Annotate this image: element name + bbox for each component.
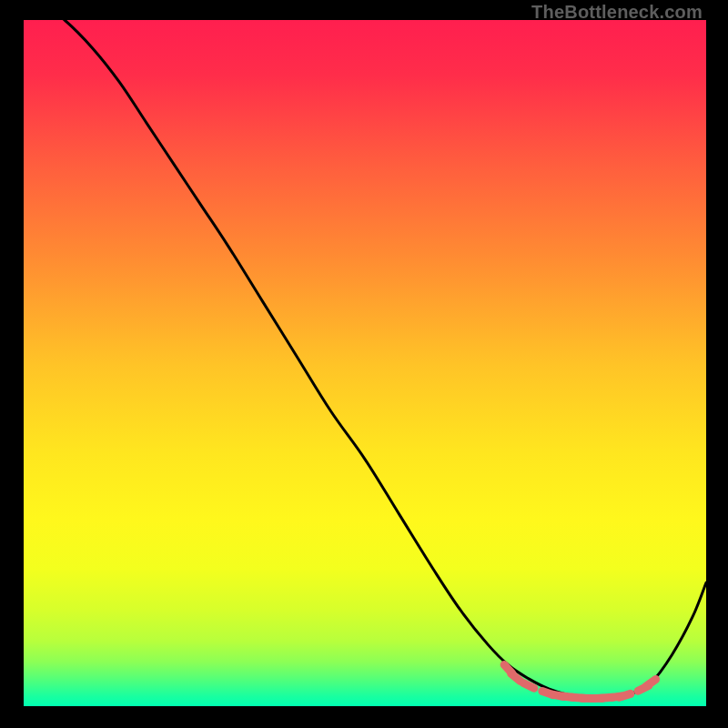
sweet-spot-marker: [620, 693, 631, 697]
chart-svg: [24, 20, 706, 706]
gradient-background: [24, 20, 706, 706]
sweet-spot-marker: [511, 673, 521, 681]
plot-area: [24, 20, 706, 706]
sweet-spot-marker: [646, 680, 655, 687]
sweet-spot-marker: [523, 683, 534, 689]
chart-frame: TheBottleneck.com: [0, 0, 728, 728]
